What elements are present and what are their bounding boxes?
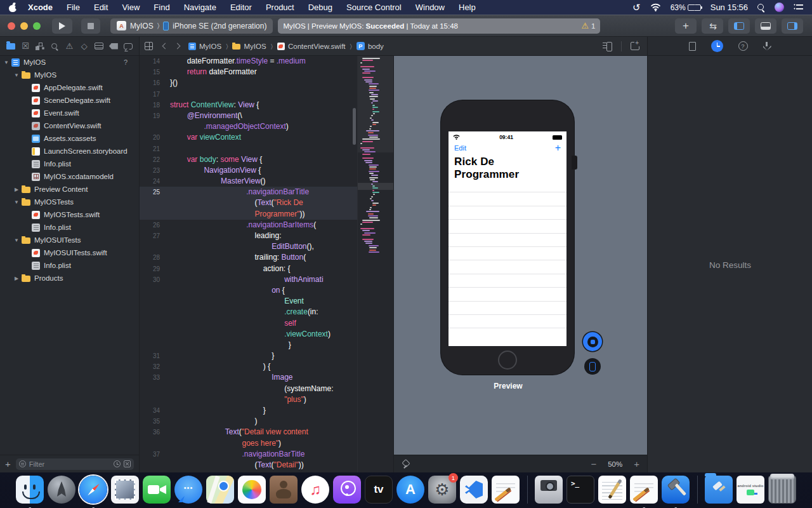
breadcrumb-project[interactable]: MyIOS [188, 43, 221, 50]
code-line[interactable]: 26.navigationBarItems( [140, 220, 357, 231]
tree-item-appdelegate-swift[interactable]: AppDelegate.swift [0, 81, 139, 94]
unsaved-files-icon[interactable] [124, 460, 131, 467]
code-line[interactable]: 27leading: [140, 231, 357, 241]
menu-editor[interactable]: Editor [223, 0, 259, 15]
safari-icon[interactable] [79, 476, 107, 504]
code-line[interactable]: 17 [140, 89, 357, 100]
code-line[interactable]: (Text("Rick De [140, 197, 357, 208]
dock-item-mail[interactable] [111, 473, 140, 506]
maps-icon[interactable] [206, 476, 234, 504]
menu-help[interactable]: Help [452, 0, 483, 15]
time-machine-icon[interactable]: ↺ [632, 3, 641, 12]
project-navigator-icon[interactable] [4, 40, 17, 53]
code-line[interactable]: EditButton(), [140, 241, 357, 252]
tree-item-preview-content[interactable]: ▶Preview Content [0, 183, 139, 196]
symbol-navigator-icon[interactable] [34, 40, 46, 53]
contacts-icon[interactable] [270, 476, 298, 504]
code-line[interactable]: on { [140, 285, 357, 296]
dock-item-android-studio[interactable]: android studio [737, 473, 765, 506]
menu-file[interactable]: File [60, 0, 87, 15]
tree-item-myiostests[interactable]: ▼MyIOSTests [0, 196, 139, 208]
apple-menu-icon[interactable] [9, 3, 17, 12]
code-line[interactable]: "plus") [140, 394, 357, 405]
spotlight-icon[interactable] [757, 4, 765, 11]
zoom-in-button[interactable]: + [634, 458, 639, 469]
disclosure-triangle-icon[interactable]: ▶ [14, 276, 19, 281]
find-navigator-icon[interactable] [48, 40, 61, 53]
filter-field[interactable]: Filter [16, 458, 134, 470]
textedit-icon[interactable] [598, 476, 626, 504]
disclosure-triangle-icon[interactable]: ▼ [4, 60, 9, 65]
zoom-level[interactable]: 50% [608, 460, 622, 468]
pin-preview-icon[interactable] [402, 460, 409, 469]
code-line[interactable]: .managedObjectContext) [140, 121, 357, 132]
breakpoint-navigator-icon[interactable] [107, 40, 120, 53]
dock-item-podcasts[interactable] [333, 473, 362, 506]
trash-icon[interactable] [768, 476, 796, 504]
dock-item-finder[interactable] [16, 473, 44, 506]
zoom-out-button[interactable]: − [591, 458, 596, 469]
close-window-button[interactable] [8, 22, 15, 30]
dock-item-apple-tv[interactable]: tv [365, 473, 393, 506]
stop-button[interactable] [81, 18, 100, 34]
tree-item-products[interactable]: ▶Products [0, 272, 139, 284]
iphone-preview-device[interactable]: 09:41 Edit + Rick De Programmer [441, 100, 574, 375]
code-line[interactable]: 25.navigationBarTitle [140, 187, 357, 197]
dock-item-document-tools-2[interactable] [630, 473, 658, 506]
code-line[interactable]: 24MasterView() [140, 176, 357, 187]
code-line[interactable]: 31} [140, 351, 357, 361]
back-button[interactable] [162, 43, 169, 50]
menu-edit[interactable]: Edit [87, 0, 115, 15]
preview-add-button[interactable]: + [555, 142, 561, 154]
tree-item-myiostests-swift[interactable]: MyIOSTests.swift [0, 208, 139, 221]
code-line[interactable]: (Text("Detail")) [140, 460, 357, 471]
app-store-icon[interactable]: A [396, 476, 424, 504]
breadcrumb-symbol[interactable]: P body [357, 42, 384, 50]
dock-item-messages[interactable] [174, 473, 203, 506]
mail-icon[interactable] [111, 476, 139, 504]
code-line[interactable]: goes here") [140, 438, 357, 449]
toggle-debug-area-button[interactable] [755, 18, 776, 34]
menu-find[interactable]: Find [147, 0, 176, 15]
breadcrumb-file[interactable]: ContentView.swift [277, 43, 346, 50]
preview-edit-button[interactable]: Edit [454, 144, 466, 152]
menu-navigate[interactable]: Navigate [177, 0, 223, 15]
developer-folder-icon[interactable] [705, 476, 733, 504]
debug-navigator-icon[interactable] [93, 40, 105, 53]
menu-product[interactable]: Product [259, 0, 301, 15]
siri-icon[interactable] [775, 3, 784, 12]
code-line[interactable]: 23NavigationView { [140, 165, 357, 176]
dock-item-music[interactable]: ♫ [301, 473, 330, 506]
wifi-icon[interactable] [650, 3, 661, 11]
menu-view[interactable]: View [115, 0, 147, 15]
history-inspector-icon[interactable] [711, 40, 723, 52]
apple-tv-icon[interactable]: tv [365, 476, 393, 504]
live-preview-button[interactable] [583, 332, 602, 351]
document-tools-2-icon[interactable] [630, 476, 658, 504]
toggle-inspector-button[interactable] [782, 18, 803, 34]
dock-item-launchpad[interactable] [48, 473, 76, 506]
test-navigator-icon[interactable]: ◇ [78, 40, 91, 53]
terminal-icon[interactable]: >_ [566, 476, 594, 504]
run-button[interactable] [52, 18, 72, 34]
tree-item-myios-xcdatamodeld[interactable]: MyIOS.xcdatamodeld [0, 170, 139, 183]
launchpad-icon[interactable] [48, 476, 75, 504]
dock-item-photos[interactable] [238, 473, 266, 506]
activity-viewer[interactable]: MyIOS | Preview MyIOS: Succeeded | Today… [278, 18, 600, 34]
dock-item-image-capture[interactable] [535, 473, 563, 506]
editor-minimap[interactable] [357, 56, 393, 472]
related-items-icon[interactable] [145, 42, 153, 50]
code-line[interactable]: self [140, 318, 357, 329]
code-line[interactable]: 21 [140, 144, 357, 154]
code-line[interactable]: 20var viewContext [140, 132, 357, 143]
code-line[interactable]: 33Image [140, 372, 357, 383]
code-line[interactable]: } [140, 340, 357, 351]
tree-item-myios[interactable]: ▼MyIOS [0, 69, 139, 81]
editor-scrollbar[interactable] [353, 108, 356, 145]
dock-item-facetime[interactable] [143, 473, 171, 506]
code-line[interactable]: 35) [140, 416, 357, 427]
facetime-icon[interactable] [143, 476, 171, 504]
vscode-icon[interactable] [460, 476, 488, 504]
menu-bar-clock[interactable]: Sun 15:56 [710, 3, 748, 12]
notification-center-icon[interactable] [794, 4, 803, 11]
